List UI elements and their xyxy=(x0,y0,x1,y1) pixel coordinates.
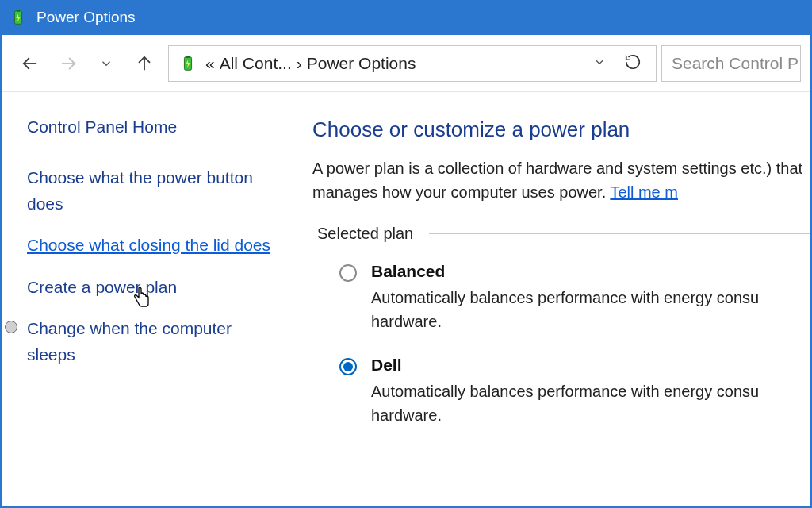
divider xyxy=(429,233,810,234)
search-input[interactable]: Search Control P xyxy=(661,45,801,82)
radio-unchecked-icon[interactable] xyxy=(339,264,357,282)
svg-rect-3 xyxy=(186,55,190,57)
titlebar: Power Options xyxy=(2,0,810,35)
plan-name: Balanced xyxy=(371,262,810,281)
breadcrumb-parent[interactable]: All Cont... xyxy=(220,54,292,73)
tell-me-more-link[interactable]: Tell me m xyxy=(610,183,678,201)
navigation-toolbar: « All Cont... › Power Options Search Con… xyxy=(2,35,810,92)
group-title: Selected plan xyxy=(317,225,413,243)
power-battery-icon xyxy=(177,52,199,75)
address-dropdown[interactable] xyxy=(588,55,611,72)
search-placeholder: Search Control P xyxy=(672,54,799,73)
sidebar: Control Panel Home Choose what the power… xyxy=(2,92,312,508)
forward-button[interactable] xyxy=(49,46,87,81)
plan-option-dell[interactable]: Dell Automatically balances performance … xyxy=(312,356,810,427)
power-battery-icon xyxy=(8,7,29,28)
back-button[interactable] xyxy=(11,46,49,81)
svg-rect-1 xyxy=(17,10,21,12)
breadcrumb[interactable]: « All Cont... › Power Options xyxy=(205,54,416,73)
window-title: Power Options xyxy=(36,9,136,26)
sidebar-link-computer-sleeps[interactable]: Change when the computer sleeps xyxy=(27,316,284,368)
refresh-button[interactable] xyxy=(618,53,648,74)
main-content: Choose or customize a power plan A power… xyxy=(312,92,810,508)
chevron-left-double-icon: « xyxy=(205,54,215,73)
breadcrumb-current[interactable]: Power Options xyxy=(307,54,416,73)
plan-description: Automatically balances performance with … xyxy=(371,286,810,333)
selected-plan-group: Selected plan xyxy=(312,225,810,243)
sidebar-link-closing-lid[interactable]: Choose what closing the lid does xyxy=(27,233,284,259)
page-heading: Choose or customize a power plan xyxy=(312,117,810,142)
recent-locations-dropdown[interactable] xyxy=(87,46,125,81)
moon-icon xyxy=(3,319,19,335)
address-bar[interactable]: « All Cont... › Power Options xyxy=(168,45,657,82)
up-button[interactable] xyxy=(125,46,163,81)
chevron-right-icon: › xyxy=(297,54,302,73)
plan-name: Dell xyxy=(371,356,810,375)
sidebar-link-create-plan[interactable]: Create a power plan xyxy=(27,275,284,301)
sidebar-link-power-button[interactable]: Choose what the power button does xyxy=(27,165,284,217)
svg-point-4 xyxy=(6,321,17,333)
control-panel-home-link[interactable]: Control Panel Home xyxy=(27,117,284,137)
plan-option-balanced[interactable]: Balanced Automatically balances performa… xyxy=(312,262,810,333)
radio-checked-icon[interactable] xyxy=(339,358,357,375)
plan-description: Automatically balances performance with … xyxy=(371,379,810,427)
page-description: A power plan is a collection of hardware… xyxy=(312,156,810,204)
